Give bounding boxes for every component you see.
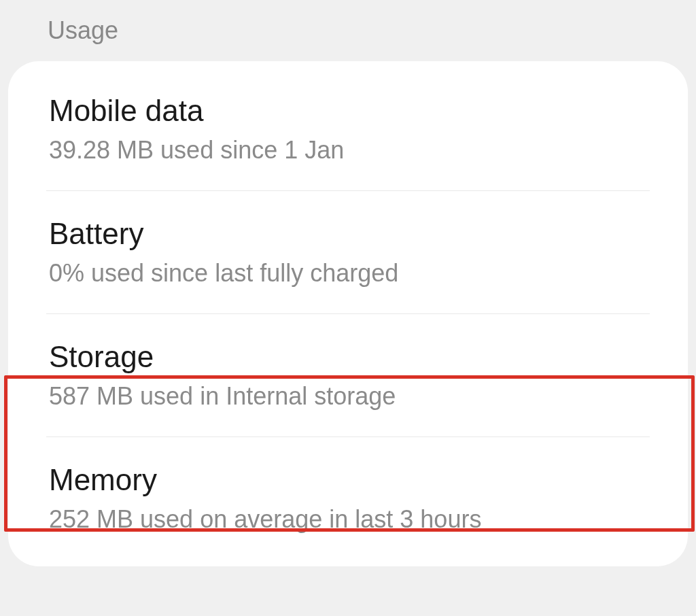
memory-item[interactable]: Memory 252 MB used on average in last 3 …: [8, 437, 688, 560]
storage-item[interactable]: Storage 587 MB used in Internal storage: [8, 314, 688, 437]
section-header: Usage: [0, 0, 696, 61]
mobile-data-item[interactable]: Mobile data 39.28 MB used since 1 Jan: [8, 68, 688, 190]
mobile-data-subtitle: 39.28 MB used since 1 Jan: [49, 136, 650, 165]
mobile-data-title: Mobile data: [49, 94, 650, 128]
battery-title: Battery: [49, 217, 650, 251]
storage-subtitle: 587 MB used in Internal storage: [49, 382, 650, 411]
battery-subtitle: 0% used since last fully charged: [49, 259, 650, 288]
memory-subtitle: 252 MB used on average in last 3 hours: [49, 505, 650, 534]
memory-title: Memory: [49, 463, 650, 497]
battery-item[interactable]: Battery 0% used since last fully charged: [8, 191, 688, 313]
storage-title: Storage: [49, 340, 650, 374]
usage-card: Mobile data 39.28 MB used since 1 Jan Ba…: [8, 61, 688, 566]
